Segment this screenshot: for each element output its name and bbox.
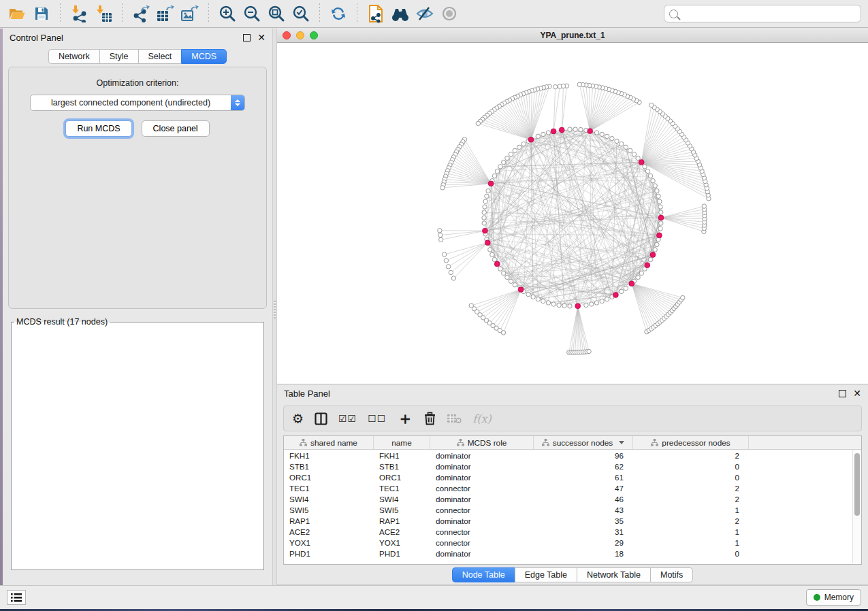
zoom-selected-button[interactable] bbox=[291, 4, 311, 23]
cell-shared-name[interactable]: ORC1 bbox=[284, 472, 374, 482]
network-canvas[interactable] bbox=[277, 43, 868, 384]
cell-name[interactable]: ORC1 bbox=[374, 472, 430, 482]
cell-mcds-role[interactable]: connector bbox=[430, 537, 534, 548]
cell-name[interactable]: YOX1 bbox=[374, 537, 430, 548]
tab-network-table[interactable]: Network Table bbox=[577, 567, 650, 582]
show-details-button[interactable] bbox=[439, 4, 460, 23]
cell-mcds-role[interactable]: connector bbox=[430, 504, 534, 515]
cell-name[interactable]: RAP1 bbox=[374, 515, 430, 526]
cell-successor-nodes[interactable]: 43 bbox=[534, 504, 633, 515]
memory-button[interactable]: Memory bbox=[806, 589, 861, 606]
table-row[interactable]: PHD1 PHD1 dominator 18 0 bbox=[284, 548, 861, 559]
show-columns-button[interactable] bbox=[315, 412, 327, 425]
mcds-result-item[interactable]: PHD1 bbox=[16, 328, 254, 329]
cell-predecessor-nodes[interactable]: 1 bbox=[633, 504, 749, 515]
cell-mcds-role[interactable]: connector bbox=[430, 482, 534, 493]
cell-shared-name[interactable]: SWI5 bbox=[284, 504, 374, 515]
refresh-button[interactable] bbox=[328, 4, 349, 23]
function-builder-button[interactable]: f(x) bbox=[472, 412, 491, 425]
deselect-all-button[interactable]: ☐☐ bbox=[368, 413, 386, 424]
float-panel-icon[interactable] bbox=[243, 34, 251, 42]
tab-node-table[interactable]: Node Table bbox=[452, 567, 515, 582]
cell-successor-nodes[interactable]: 46 bbox=[534, 493, 633, 504]
export-table-button[interactable] bbox=[155, 4, 176, 23]
cell-successor-nodes[interactable]: 96 bbox=[534, 450, 633, 461]
cell-name[interactable]: TEC1 bbox=[374, 482, 430, 493]
table-scrollbar-thumb[interactable] bbox=[854, 453, 860, 516]
zoom-out-button[interactable] bbox=[242, 4, 262, 23]
cell-successor-nodes[interactable]: 47 bbox=[534, 482, 633, 493]
cell-successor-nodes[interactable]: 62 bbox=[534, 461, 633, 472]
table-row[interactable]: ORC1 ORC1 dominator 61 0 bbox=[284, 472, 861, 482]
table-row[interactable]: YOX1 YOX1 connector 29 1 bbox=[284, 537, 861, 548]
cell-name[interactable]: STB1 bbox=[374, 461, 430, 472]
close-panel-button[interactable]: Close panel bbox=[142, 120, 210, 137]
float-table-panel-icon[interactable] bbox=[839, 390, 846, 397]
import-network-button[interactable] bbox=[69, 4, 89, 23]
table-row[interactable]: RAP1 RAP1 dominator 35 2 bbox=[284, 515, 861, 526]
optimization-criterion-select[interactable]: largest connected component (undirected) bbox=[30, 95, 245, 111]
table-row[interactable]: SWI5 SWI5 connector 43 1 bbox=[284, 504, 861, 515]
cell-shared-name[interactable]: YOX1 bbox=[284, 537, 374, 548]
window-minimize-icon[interactable] bbox=[296, 31, 304, 39]
tab-network[interactable]: Network bbox=[48, 49, 99, 64]
cell-predecessor-nodes[interactable]: 2 bbox=[633, 482, 749, 493]
cell-name[interactable]: SWI4 bbox=[374, 493, 430, 504]
cell-shared-name[interactable]: TEC1 bbox=[284, 482, 374, 493]
close-panel-icon[interactable]: ✕ bbox=[257, 34, 266, 42]
table-row[interactable]: ACE2 ACE2 connector 31 1 bbox=[284, 526, 861, 537]
cell-predecessor-nodes[interactable]: 0 bbox=[633, 472, 749, 482]
cell-shared-name[interactable]: PHD1 bbox=[284, 548, 374, 559]
table-row[interactable]: SWI4 SWI4 dominator 46 2 bbox=[284, 493, 861, 504]
tab-select[interactable]: Select bbox=[138, 49, 182, 64]
select-all-button[interactable]: ☑☑ bbox=[338, 413, 357, 424]
cell-shared-name[interactable]: STB1 bbox=[284, 461, 374, 472]
delete-table-button[interactable] bbox=[447, 413, 462, 424]
tab-style[interactable]: Style bbox=[99, 49, 138, 64]
window-zoom-icon[interactable] bbox=[310, 31, 318, 39]
network-graph[interactable] bbox=[277, 43, 868, 384]
add-column-button[interactable]: ＋ bbox=[397, 412, 413, 425]
hide-details-button[interactable] bbox=[415, 4, 435, 23]
run-mcds-button[interactable]: Run MCDS bbox=[65, 120, 131, 137]
table-settings-button[interactable]: ⚙ bbox=[292, 412, 304, 425]
cell-predecessor-nodes[interactable]: 2 bbox=[633, 515, 749, 526]
cell-mcds-role[interactable]: dominator bbox=[430, 548, 534, 559]
open-file-button[interactable] bbox=[7, 4, 27, 23]
cell-predecessor-nodes[interactable]: 2 bbox=[633, 450, 749, 461]
cell-mcds-role[interactable]: dominator bbox=[430, 515, 534, 526]
cell-shared-name[interactable]: ACE2 bbox=[284, 526, 374, 537]
cell-predecessor-nodes[interactable]: 1 bbox=[633, 537, 749, 548]
mcds-result-list[interactable]: PHD1CAR1STP4TID3YOX1SWI4SRD1PMA2FKH1ACE2… bbox=[12, 327, 263, 329]
column-header-mcds-role[interactable]: MCDS role bbox=[430, 436, 534, 449]
import-table-button[interactable] bbox=[93, 4, 114, 23]
column-header-name[interactable]: name bbox=[374, 436, 430, 449]
zoom-fit-button[interactable] bbox=[266, 4, 287, 23]
cell-mcds-role[interactable]: connector bbox=[430, 526, 534, 537]
cell-name[interactable]: PHD1 bbox=[374, 548, 430, 559]
column-header-successor-nodes[interactable]: successor nodes bbox=[534, 436, 633, 449]
export-network-button[interactable] bbox=[131, 4, 151, 23]
table-row[interactable]: STB1 STB1 dominator 62 0 bbox=[284, 461, 861, 472]
cell-name[interactable]: SWI5 bbox=[374, 504, 430, 515]
panel-splitter[interactable] bbox=[272, 29, 277, 585]
cell-predecessor-nodes[interactable]: 0 bbox=[633, 461, 749, 472]
cell-mcds-role[interactable]: dominator bbox=[430, 493, 534, 504]
table-row[interactable]: TEC1 TEC1 connector 47 2 bbox=[284, 482, 861, 493]
cell-shared-name[interactable]: SWI4 bbox=[284, 493, 374, 504]
cell-name[interactable]: ACE2 bbox=[374, 526, 430, 537]
cell-successor-nodes[interactable]: 31 bbox=[534, 526, 633, 537]
cell-shared-name[interactable]: RAP1 bbox=[284, 515, 374, 526]
search-input[interactable] bbox=[681, 9, 856, 18]
cell-predecessor-nodes[interactable]: 0 bbox=[633, 548, 749, 559]
cell-mcds-role[interactable]: dominator bbox=[430, 472, 534, 482]
cell-successor-nodes[interactable]: 29 bbox=[534, 537, 633, 548]
cell-successor-nodes[interactable]: 18 bbox=[534, 548, 633, 559]
zoom-in-button[interactable] bbox=[217, 4, 238, 23]
cell-mcds-role[interactable]: dominator bbox=[430, 461, 534, 472]
search-network-button[interactable] bbox=[390, 4, 411, 23]
toolbar-search[interactable] bbox=[664, 5, 861, 22]
delete-row-button[interactable] bbox=[424, 412, 436, 425]
cell-successor-nodes[interactable]: 35 bbox=[534, 515, 633, 526]
tab-mcds[interactable]: MCDS bbox=[181, 49, 227, 64]
